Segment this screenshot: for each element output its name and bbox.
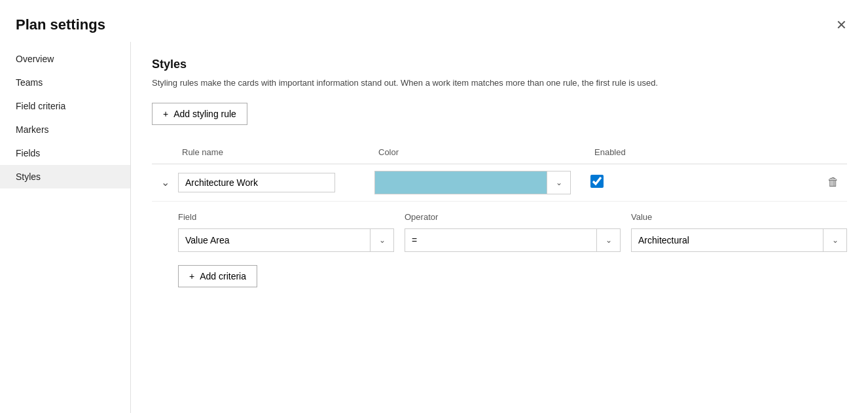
sidebar-item-field-criteria[interactable]: Field criteria: [0, 94, 130, 118]
sidebar-item-styles[interactable]: Styles: [0, 165, 130, 189]
value-select[interactable]: Architectural: [632, 229, 823, 251]
sidebar-item-teams[interactable]: Teams: [0, 71, 130, 94]
value-col-header: Value: [631, 212, 847, 222]
criteria-section: Field Operator Value Value Area ⌄: [152, 202, 847, 287]
color-picker-cell: ⌄: [374, 171, 590, 194]
criteria-row: Value Area ⌄ = ⌄ Architectural: [178, 228, 847, 252]
section-title: Styles: [152, 58, 847, 71]
col-rule-name: Rule name: [178, 145, 374, 160]
operator-select[interactable]: =: [405, 229, 596, 251]
sidebar-item-markers[interactable]: Markers: [0, 118, 130, 141]
rule-name-input[interactable]: [178, 173, 335, 192]
add-styling-rule-button[interactable]: + Add styling rule: [152, 103, 247, 125]
delete-rule-button[interactable]: 🗑: [820, 173, 847, 192]
section-description: Styling rules make the cards with import…: [152, 77, 741, 90]
sidebar-item-fields[interactable]: Fields: [0, 141, 130, 165]
field-chevron-icon: ⌄: [370, 229, 393, 251]
field-col-header: Field: [178, 212, 394, 222]
main-content: Styles Styling rules make the cards with…: [131, 42, 868, 413]
chevron-down-icon: ⌄: [161, 176, 170, 189]
table-row: ⌄ ⌄ 🗑: [152, 164, 847, 202]
plan-settings-dialog: Plan settings ✕ Overview Teams Field cri…: [0, 0, 868, 413]
dialog-title: Plan settings: [16, 16, 105, 33]
operator-select-wrap[interactable]: = ⌄: [405, 228, 621, 252]
col-expand: [152, 145, 178, 160]
expand-rule-button[interactable]: ⌄: [152, 173, 178, 191]
enabled-checkbox[interactable]: [590, 175, 604, 188]
add-criteria-button[interactable]: + Add criteria: [178, 265, 257, 287]
color-swatch: [375, 171, 547, 194]
enabled-cell: [590, 175, 721, 190]
col-enabled: Enabled: [590, 145, 721, 160]
add-rule-label: Add styling rule: [173, 109, 236, 119]
sidebar-item-overview[interactable]: Overview: [0, 47, 130, 71]
rule-name-cell: [178, 173, 374, 192]
add-criteria-label: Add criteria: [200, 271, 246, 281]
col-actions: [721, 145, 847, 160]
dialog-body: Overview Teams Field criteria Markers Fi…: [0, 42, 868, 413]
value-select-wrap[interactable]: Architectural ⌄: [631, 228, 847, 252]
field-select-wrap[interactable]: Value Area ⌄: [178, 228, 394, 252]
criteria-header: Field Operator Value: [178, 212, 847, 222]
color-chevron-icon[interactable]: ⌄: [547, 171, 570, 194]
plus-icon-criteria: +: [189, 271, 194, 281]
sidebar: Overview Teams Field criteria Markers Fi…: [0, 42, 131, 413]
plus-icon: +: [163, 109, 168, 119]
dialog-header: Plan settings ✕: [0, 0, 868, 42]
value-chevron-icon: ⌄: [823, 229, 846, 251]
close-button[interactable]: ✕: [831, 16, 852, 34]
col-color: Color: [374, 145, 590, 160]
operator-col-header: Operator: [405, 212, 621, 222]
table-header: Rule name Color Enabled: [152, 141, 847, 164]
color-picker[interactable]: ⌄: [374, 171, 571, 194]
field-select[interactable]: Value Area: [179, 229, 370, 251]
operator-chevron-icon: ⌄: [596, 229, 620, 251]
